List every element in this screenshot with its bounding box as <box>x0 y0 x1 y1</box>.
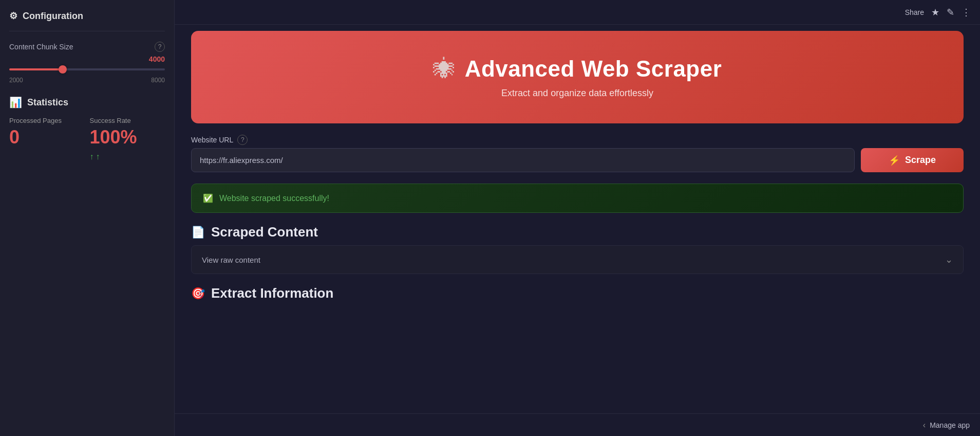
url-label-row: Website URL ? <box>191 135 964 145</box>
sidebar-divider <box>9 31 165 31</box>
slider-min: 2000 <box>9 77 23 84</box>
processed-pages-stat: Processed Pages 0 <box>9 117 85 161</box>
hero-subtitle: Extract and organize data effortlessly <box>501 88 653 99</box>
scraped-content-title-row: 📄 Scraped Content <box>191 224 964 240</box>
scrape-button-label: Scrape <box>905 155 936 166</box>
chunk-size-label: Content Chunk Size <box>9 43 73 51</box>
main-content: 🕷 Advanced Web Scraper Extract and organ… <box>175 0 980 436</box>
question-icon[interactable]: ? <box>155 42 165 52</box>
extract-title-row: 🎯 Extract Information <box>191 285 964 301</box>
view-raw-content-row[interactable]: View raw content ⌄ <box>191 245 964 274</box>
trend-arrow-2: ↑ <box>96 152 100 161</box>
url-input-row: ⚡ Scrape <box>191 148 964 172</box>
statistics-title: Statistics <box>27 97 68 108</box>
extract-title: Extract Information <box>211 285 333 301</box>
statistics-header: 📊 Statistics <box>9 96 165 108</box>
star-icon[interactable]: ★ <box>931 7 939 18</box>
success-checkmark-icon: ✅ <box>203 193 213 203</box>
config-label: Configuration <box>23 11 83 22</box>
hero-title-row: 🕷 Advanced Web Scraper <box>433 56 722 82</box>
config-title: ⚙ Configuration <box>9 10 165 22</box>
processed-pages-label: Processed Pages <box>9 117 85 124</box>
trend-arrows: ↑ ↑ <box>90 152 165 161</box>
success-rate-stat: Success Rate 100% ↑ ↑ <box>90 117 165 161</box>
edit-icon[interactable]: ✎ <box>947 7 954 18</box>
scrape-button[interactable]: ⚡ Scrape <box>861 148 964 172</box>
more-icon[interactable]: ⋮ <box>962 7 971 18</box>
chunk-size-label-row: Content Chunk Size ? <box>9 42 165 52</box>
extract-information-section: 🎯 Extract Information <box>191 285 964 301</box>
success-rate-value: 100% <box>90 126 165 148</box>
slider-minmax: 2000 8000 <box>9 77 165 84</box>
config-icon: ⚙ <box>9 10 17 22</box>
extract-icon: 🎯 <box>191 287 205 300</box>
scraped-content-section: 📄 Scraped Content View raw content ⌄ <box>191 224 964 274</box>
trend-arrow-1: ↑ <box>90 152 94 161</box>
manage-app-label[interactable]: Manage app <box>930 421 970 429</box>
success-message: Website scraped successfully! <box>219 194 329 203</box>
url-label: Website URL <box>191 136 233 144</box>
share-button[interactable]: Share <box>905 8 924 16</box>
sidebar: ⚙ Configuration Content Chunk Size ? 400… <box>0 0 175 436</box>
scraped-content-title: Scraped Content <box>211 224 318 240</box>
chevron-down-icon: ⌄ <box>945 254 953 265</box>
url-help-icon[interactable]: ? <box>237 135 248 145</box>
view-raw-label: View raw content <box>202 256 260 264</box>
stats-grid: Processed Pages 0 Success Rate 100% ↑ ↑ <box>9 117 165 161</box>
success-rate-label: Success Rate <box>90 117 165 124</box>
statistics-icon: 📊 <box>9 96 22 108</box>
chunk-size-slider[interactable] <box>9 68 165 70</box>
processed-pages-value: 0 <box>9 126 85 148</box>
scraped-content-icon: 📄 <box>191 226 205 239</box>
url-input[interactable] <box>191 148 855 172</box>
slider-max: 8000 <box>151 77 165 84</box>
success-banner: ✅ Website scraped successfully! <box>191 184 964 213</box>
scrape-button-icon: ⚡ <box>889 155 900 166</box>
chunk-size-value: 4000 <box>9 55 165 63</box>
hero-banner: 🕷 Advanced Web Scraper Extract and organ… <box>191 31 964 123</box>
topbar: Share ★ ✎ ⋮ <box>175 0 980 25</box>
manage-app-chevron-icon[interactable]: ‹ <box>923 421 926 430</box>
hero-title: Advanced Web Scraper <box>465 56 722 82</box>
spider-icon: 🕷 <box>433 56 456 82</box>
bottom-bar: ‹ Manage app <box>175 413 980 436</box>
chunk-size-slider-container <box>9 63 165 72</box>
url-section: Website URL ? ⚡ Scrape <box>191 135 964 172</box>
